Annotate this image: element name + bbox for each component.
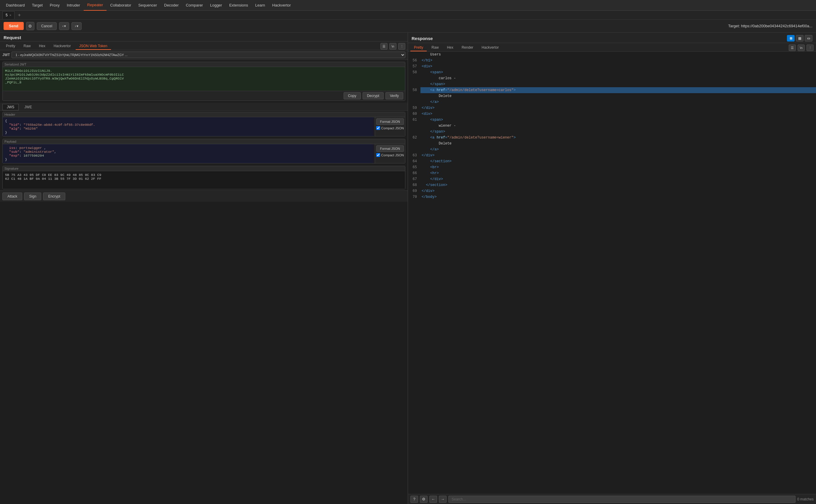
list-icon-resp2[interactable]: ☰ — [789, 44, 796, 51]
nav-logger[interactable]: Logger — [207, 0, 226, 11]
more-icon[interactable]: ⋮ — [398, 43, 405, 50]
response-panel-icons: ⊞ ▤ ▭ — [787, 35, 812, 42]
tab-hackvertor-request[interactable]: Hackvertor — [50, 43, 74, 50]
tab-jwt-request[interactable]: JSON Web Token — [76, 43, 111, 50]
code-line-58a: 58 <span> — [408, 69, 816, 75]
target-label: Target: https://0ab200be04344242c69414ef… — [728, 24, 812, 28]
tab-raw-response[interactable]: Raw — [428, 44, 442, 51]
more-icon-resp[interactable]: ⋮ — [807, 44, 814, 51]
code-line-66: 66 <hr> — [408, 170, 816, 176]
copy-button[interactable]: Copy — [344, 92, 361, 99]
code-view[interactable]: Users 56 </h1> 57 <div> 58 <span> carlos… — [408, 52, 816, 494]
compact-json-header-row: Compact JSON — [376, 126, 404, 130]
newline-icon[interactable]: \n — [389, 43, 396, 50]
settings-icon[interactable]: ⚙ — [420, 496, 428, 503]
response-subtabs: Pretty Raw Hex Render Hackvertor ☰ \n ⋮ — [408, 43, 816, 52]
signature-content[interactable]: 5B 75 A3 43 05 DF C0 EE 83 9C 49 48 85 0… — [3, 171, 405, 189]
top-nav: Dashboard Target Proxy Intruder Repeater… — [0, 0, 816, 11]
nav-decoder[interactable]: Decoder — [161, 0, 182, 11]
serialized-jwt-actions: Copy Decrypt Verify — [3, 91, 405, 101]
compact-json-payload-checkbox[interactable] — [376, 153, 380, 157]
nav-comparer[interactable]: Comparer — [182, 0, 207, 11]
matches-label: 0 matches — [797, 497, 814, 501]
nav-target[interactable]: Target — [28, 0, 46, 11]
toolbar: Send ⚙ Cancel ‹ ▾ › ▾ Target: https://0a… — [0, 20, 816, 33]
prev-button[interactable]: ‹ ▾ — [59, 22, 69, 30]
serialized-jwt-box: Serialized JWT MiLCJhbGciOiJIUzI1NiJ9.ey… — [2, 62, 405, 101]
tab-raw-request[interactable]: Raw — [20, 43, 34, 50]
nav-sequencer[interactable]: Sequencer — [135, 0, 161, 11]
jws-tab-bar: JWS JWE — [0, 103, 408, 111]
add-tab-button[interactable]: + — [16, 12, 23, 19]
nav-hackvertor[interactable]: Hackvertor — [269, 0, 294, 11]
nav-dashboard[interactable]: Dashboard — [2, 0, 28, 11]
help-icon[interactable]: ? — [410, 496, 418, 503]
nav-learn[interactable]: Learn — [252, 0, 269, 11]
jws-tab[interactable]: JWS — [2, 104, 19, 110]
tab-render-response[interactable]: Render — [458, 44, 477, 51]
repeater-tab-5[interactable]: 5 × — [2, 11, 15, 19]
header-label: Header — [3, 112, 405, 117]
nav-collaborator[interactable]: Collaborator — [107, 0, 135, 11]
back-icon[interactable]: ← — [429, 496, 437, 503]
jwt-label: JWT — [2, 53, 10, 57]
main-content: Request Pretty Raw Hex Hackvertor JSON W… — [0, 33, 816, 504]
tab-pretty-request[interactable]: Pretty — [2, 43, 19, 50]
payload-side: iss: portswigger , "sub": "administrator… — [3, 144, 405, 163]
serialized-jwt-content[interactable]: MiLCJhbGciOiJIUzI1NiJ9.eyJpc3MiOiJwb3J0c… — [3, 67, 405, 91]
forward-icon[interactable]: → — [439, 496, 447, 503]
code-line-62: 62 <a href="/admin/delete?username=wiene… — [408, 135, 816, 141]
tab-hex-response[interactable]: Hex — [443, 44, 457, 51]
response-bottom-bar: ? ⚙ ← → 0 matches — [408, 494, 816, 504]
format-json-payload-btn[interactable]: Format JSON — [376, 145, 404, 152]
tab-close-icon[interactable]: × — [9, 13, 11, 17]
code-line-58e: Delete — [408, 93, 816, 99]
code-line-58f: </a> — [408, 99, 816, 105]
signature-label: Signature — [3, 166, 405, 171]
code-line-69: 69 </div> — [408, 188, 816, 194]
left-panel: Request Pretty Raw Hex Hackvertor JSON W… — [0, 33, 408, 504]
next-button[interactable]: › ▾ — [72, 22, 82, 30]
header-content[interactable]: { "kid": "755ba25e-ab8d-4c0f-bf55-37c8e0… — [3, 117, 374, 136]
encrypt-button[interactable]: Encrypt — [43, 193, 65, 200]
list-icon-resp[interactable]: ▤ — [796, 35, 804, 42]
tab-hackvertor-response[interactable]: Hackvertor — [478, 44, 502, 51]
code-line-60: 60 <div> — [408, 111, 816, 117]
newline-icon-resp[interactable]: \n — [798, 44, 805, 51]
attack-button[interactable]: Attack — [2, 193, 22, 200]
send-button[interactable]: Send — [4, 22, 24, 30]
payload-content[interactable]: iss: portswigger , "sub": "administrator… — [3, 144, 374, 163]
nav-proxy[interactable]: Proxy — [46, 0, 63, 11]
right-panel: Response ⊞ ▤ ▭ Pretty Raw Hex Render Hac… — [408, 33, 816, 504]
window-icon[interactable]: ▭ — [805, 35, 812, 42]
compact-json-header-checkbox[interactable] — [376, 126, 380, 130]
grid-icon[interactable]: ⊞ — [787, 35, 795, 42]
header-side: { "kid": "755ba25e-ab8d-4c0f-bf55-37c8e0… — [3, 117, 405, 136]
tab-pretty-response[interactable]: Pretty — [410, 44, 427, 51]
verify-button[interactable]: Verify — [385, 92, 403, 99]
request-panel-header: Request — [0, 33, 408, 42]
payload-section: Payload iss: portswigger , "sub": "admin… — [2, 139, 405, 163]
code-line-58c: </span> — [408, 81, 816, 87]
list-icon[interactable]: ☰ — [380, 43, 388, 50]
request-subtabs: Pretty Raw Hex Hackvertor JSON Web Token… — [0, 42, 408, 50]
nav-intruder[interactable]: Intruder — [63, 0, 84, 11]
jwe-tab[interactable]: JWE — [20, 104, 36, 110]
response-search-input[interactable] — [448, 496, 796, 503]
tab-bar: 5 × + — [0, 11, 816, 20]
code-line-62a: Delete — [408, 141, 816, 147]
decrypt-button[interactable]: Decrypt — [363, 92, 384, 99]
payload-side-btns: Format JSON Compact JSON — [375, 144, 405, 163]
tab-hex-request[interactable]: Hex — [35, 43, 49, 50]
format-json-header-btn[interactable]: Format JSON — [376, 118, 404, 125]
code-line-65: 65 <br> — [408, 164, 816, 170]
code-line-63: 63 </div> — [408, 152, 816, 158]
cancel-button[interactable]: Cancel — [37, 22, 57, 30]
nav-repeater[interactable]: Repeater — [84, 0, 107, 11]
jwt-select[interactable]: 1 - eyJraWQiOil3NTViYThlZS1hYjhkLTRjMGYt… — [12, 52, 405, 58]
nav-extensions[interactable]: Extensions — [226, 0, 252, 11]
code-line-58d: 58 <a href="/admin/delete?username=carlo… — [408, 87, 816, 93]
response-panel-header: Response ⊞ ▤ ▭ — [408, 33, 816, 43]
sign-button[interactable]: Sign — [24, 193, 41, 200]
gear-button[interactable]: ⚙ — [26, 22, 34, 30]
